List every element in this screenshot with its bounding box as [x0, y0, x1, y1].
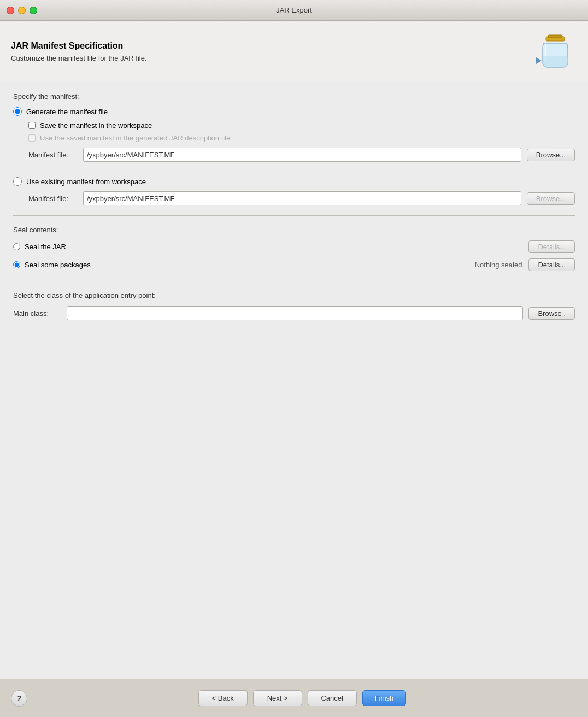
manifest-file-input-1[interactable]	[83, 148, 521, 162]
seal-packages-radio[interactable]	[13, 261, 20, 268]
save-manifest-option[interactable]: Save the manifest in the workspace	[28, 121, 575, 130]
seal-jar-row: Seal the JAR Details...	[13, 240, 575, 253]
close-button[interactable]	[7, 7, 14, 14]
seal-section: Seal contents: Seal the JAR Details... S…	[13, 226, 575, 271]
next-button[interactable]: Next >	[253, 690, 302, 706]
generate-manifest-label[interactable]: Generate the manifest file	[26, 108, 108, 116]
nothing-sealed-text: Nothing sealed	[475, 261, 522, 269]
use-existing-manifest-label[interactable]: Use existing manifest from workspace	[26, 178, 146, 186]
dialog-content: Specify the manifest: Generate the manif…	[0, 81, 588, 679]
window-controls[interactable]	[7, 7, 37, 14]
section-divider-2	[13, 281, 575, 281]
use-existing-manifest-option[interactable]: Use existing manifest from workspace	[13, 177, 575, 186]
use-saved-manifest-checkbox[interactable]	[28, 134, 36, 142]
main-class-browse-button[interactable]: Browse .	[528, 307, 575, 320]
title-bar: JAR Export	[0, 0, 588, 21]
seal-packages-details-button[interactable]: Details...	[528, 258, 575, 271]
finish-button[interactable]: Finish	[362, 690, 407, 706]
header-icon-area	[533, 30, 577, 73]
seal-packages-label[interactable]: Seal some packages	[25, 261, 475, 269]
seal-jar-radio[interactable]	[13, 243, 20, 250]
dialog-header: JAR Manifest Specification Customize the…	[0, 21, 588, 81]
generate-manifest-radio[interactable]	[13, 107, 22, 116]
manifest-section-label: Specify the manifest:	[13, 92, 575, 101]
svg-rect-1	[548, 35, 562, 38]
main-class-row: Main class: Browse .	[13, 306, 575, 320]
minimize-button[interactable]	[18, 7, 26, 14]
manifest-field-row-2: Manifest file: Browse...	[28, 191, 575, 205]
use-existing-manifest-radio[interactable]	[13, 177, 22, 186]
save-manifest-checkbox-label[interactable]: Save the manifest in the workspace	[40, 121, 152, 130]
header-text: JAR Manifest Specification Customize the…	[11, 41, 147, 62]
help-button[interactable]: ?	[11, 690, 27, 707]
seal-jar-label[interactable]: Seal the JAR	[25, 243, 528, 251]
manifest-file-input-2[interactable]	[83, 191, 521, 205]
main-class-input[interactable]	[67, 306, 523, 320]
window-title: JAR Export	[276, 6, 312, 14]
seal-section-label: Seal contents:	[13, 226, 575, 234]
page-title: JAR Manifest Specification	[11, 41, 147, 51]
seal-packages-row: Seal some packages Nothing sealed Detail…	[13, 258, 575, 271]
dialog-body: JAR Manifest Specification Customize the…	[0, 21, 588, 717]
save-manifest-checkbox[interactable]	[28, 122, 36, 129]
seal-jar-details-button[interactable]: Details...	[528, 240, 575, 253]
svg-marker-2	[536, 57, 542, 64]
use-saved-manifest-option: Use the saved manifest in the generated …	[28, 134, 575, 142]
footer-buttons: < Back Next > Cancel Finish	[27, 690, 577, 706]
browse-button-2[interactable]: Browse...	[527, 192, 575, 205]
manifest-field-label-2: Manifest file:	[28, 195, 83, 203]
browse-button-1[interactable]: Browse...	[527, 149, 575, 161]
entry-section-label: Select the class of the application entr…	[13, 291, 575, 299]
back-button[interactable]: < Back	[198, 690, 248, 706]
manifest-field-row-1: Manifest file: Browse...	[28, 148, 575, 162]
manifest-field-label-1: Manifest file:	[28, 151, 83, 159]
main-class-label: Main class:	[13, 309, 62, 318]
entry-point-section: Select the class of the application entr…	[13, 291, 575, 320]
use-saved-manifest-checkbox-label: Use the saved manifest in the generated …	[40, 134, 230, 142]
dialog-footer: ? < Back Next > Cancel Finish	[0, 679, 588, 717]
maximize-button[interactable]	[30, 7, 37, 14]
manifest-section: Specify the manifest: Generate the manif…	[13, 92, 575, 205]
cancel-button[interactable]: Cancel	[308, 690, 357, 706]
section-divider-1	[13, 215, 575, 216]
page-subtitle: Customize the manifest file for the JAR …	[11, 54, 147, 62]
generate-manifest-option[interactable]: Generate the manifest file	[13, 107, 575, 116]
jar-icon	[536, 32, 574, 70]
